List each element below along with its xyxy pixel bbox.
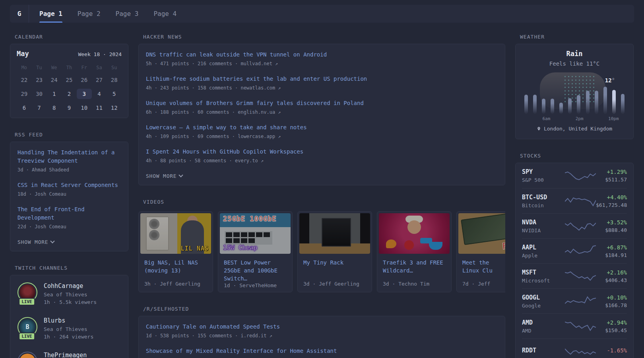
weather-section-label: WEATHER: [520, 34, 634, 40]
video-thumbnail[interactable]: LIL NAS: [140, 213, 211, 254]
weekday-label: Mo: [17, 64, 32, 71]
rss-item-title[interactable]: CSS in React Server Components: [17, 181, 121, 189]
stock-price: $61,725.48: [596, 202, 627, 208]
video-thumbnail[interactable]: [379, 213, 450, 254]
selfhosted-section-label: /R/SELFHOSTED: [143, 306, 505, 312]
stock-row: SPYS&P 500 +1.29%$511.57: [522, 163, 627, 188]
twitch-channel-row: B LIVE Blurbs Sea of Thieves 1h · 264 vi…: [17, 317, 121, 340]
weekday-label: Su: [107, 64, 122, 71]
chevron-down-icon: [50, 239, 55, 243]
hn-item: Unique volumes of Brothers Grimm fairy t…: [146, 99, 498, 115]
weather-bar: [595, 91, 598, 114]
avatar[interactable]: B LIVE: [17, 317, 37, 337]
video-title[interactable]: Big NAS, Lil NAS (moving 13): [144, 259, 207, 274]
calendar-day: 6: [17, 103, 32, 113]
calendar-day: 26: [77, 75, 92, 85]
stocks-section: STOCKS SPYS&P 500 +1.29%$511.57 BTC-USDB…: [515, 153, 634, 358]
stock-ticker: SPY: [522, 168, 565, 175]
stock-ticker: RDDT: [522, 347, 565, 354]
reddit-item-title[interactable]: Showcase of my Mixed Reality Interface f…: [146, 347, 498, 355]
rss-item: The End of Front-End Development 22d · J…: [17, 205, 121, 230]
twitch-section: TWITCH CHANNELS LIVE CohhCarnage Sea of …: [10, 265, 128, 358]
weather-bar: [568, 98, 572, 114]
video-thumbnail[interactable]: 25GbE 100GbE 15W Cheap: [220, 213, 291, 254]
thumbnail-text: 15W Cheap: [223, 244, 258, 251]
calendar-day: 8: [47, 103, 62, 113]
hn-item-title[interactable]: Lowercase – A simple way to take and sha…: [146, 123, 498, 132]
stock-ticker: GOOGL: [522, 294, 565, 301]
hn-show-more-button[interactable]: SHOW MORE: [146, 173, 182, 179]
hn-item-title[interactable]: I Spent 24 Hours with GitHub Copilot Wor…: [146, 148, 498, 156]
video-title[interactable]: Traefik 3 and FREE Wildcard…: [383, 259, 446, 274]
stock-sparkline: [565, 345, 596, 357]
hour-label: 6am: [543, 116, 551, 121]
live-badge: LIVE: [19, 298, 35, 305]
calendar-day: 24: [47, 75, 62, 85]
stock-sparkline: [565, 295, 596, 307]
weekday-label: Fr: [77, 64, 92, 71]
tab-page-2[interactable]: Page 2: [78, 5, 101, 23]
hn-item-title[interactable]: Lithium-free sodium batteries exit the l…: [146, 75, 498, 83]
hn-item: Lithium-free sodium batteries exit the l…: [146, 75, 498, 91]
video-meta: 3d · Techno Tim: [383, 281, 446, 287]
hn-item-title[interactable]: DNS traffic can leak outside the VPN tun…: [146, 51, 498, 59]
live-badge: LIVE: [19, 333, 35, 340]
hn-item: Lowercase – A simple way to take and sha…: [146, 123, 498, 139]
calendar-day: 27: [92, 75, 107, 85]
rss-widget: Handling The Indentation of a Treeview C…: [10, 142, 128, 251]
stock-row: BTC-USDBitcoin +4.40%$61,725.48: [522, 188, 627, 213]
weekday-label: Sa: [92, 64, 107, 71]
stock-sparkline: [565, 245, 596, 257]
thumbnail-text: 25GbE 100GbE: [223, 215, 277, 223]
app-logo[interactable]: G: [10, 5, 29, 23]
stock-row: RDDT -1.65%: [522, 339, 627, 358]
video-thumbnail[interactable]: FAS: [458, 213, 505, 254]
weather-bar: [551, 99, 554, 114]
video-title[interactable]: Meet the Linux Clu: [462, 259, 505, 274]
tab-page-3[interactable]: Page 3: [116, 5, 139, 23]
tab-page-4[interactable]: Page 4: [153, 5, 177, 23]
weather-bar: [524, 95, 528, 114]
stock-change: +2.94%: [596, 319, 627, 326]
weather-hourly-chart: 12° 6am 2pm 10pm: [522, 71, 627, 122]
stock-ticker: BTC-USD: [522, 194, 565, 201]
calendar-day: 4: [92, 89, 107, 99]
calendar-section-label: CALENDAR: [15, 34, 128, 40]
rss-item-title[interactable]: The End of Front-End Development: [17, 205, 121, 222]
stock-change: +6.87%: [596, 244, 627, 251]
right-column: WEATHER Rain Feels like 11°C 12° 6am 2pm…: [515, 34, 634, 358]
twitch-channel-name[interactable]: CohhCarnage: [44, 282, 97, 290]
video-title[interactable]: BEST Low Power 25GbE and 100GbE Switch…: [224, 259, 287, 282]
twitch-channel-name[interactable]: Blurbs: [44, 317, 93, 324]
tab-page-1[interactable]: Page 1: [39, 5, 62, 23]
hn-item-meta: 5h · 471 points · 216 comments · mullvad…: [146, 61, 498, 66]
stocks-section-label: STOCKS: [520, 153, 634, 159]
videos-section: VIDEOS LIL NAS Big NAS, Lil NAS (movi: [138, 199, 505, 292]
stock-price: $150.45: [596, 327, 627, 333]
weather-bar: [577, 95, 580, 114]
avatar[interactable]: LIVE: [17, 282, 37, 302]
rss-section: RSS FEED Handling The Indentation of a T…: [10, 132, 128, 251]
calendar-day: 23: [32, 75, 47, 85]
rss-item-title[interactable]: Handling The Indentation of a Treeview C…: [17, 148, 121, 165]
hour-label: 2pm: [576, 116, 584, 121]
avatar[interactable]: [17, 352, 37, 358]
calendar-day: 1: [47, 89, 62, 99]
stock-price: $888.40: [596, 227, 627, 233]
reddit-item: Showcase of my Mixed Reality Interface f…: [146, 347, 498, 355]
hn-item-meta: 4h · 243 points · 158 comments · newatla…: [146, 85, 498, 91]
weather-bar: [533, 95, 537, 114]
hn-item: DNS traffic can leak outside the VPN tun…: [146, 51, 498, 66]
reddit-item-title[interactable]: Cautionary Tale on Automated Speed Tests: [146, 323, 498, 331]
twitch-channel-name[interactable]: ThePrimeagen: [44, 352, 87, 358]
stock-price: $406.43: [596, 277, 627, 283]
dashboard-columns: CALENDAR May Week 18 · 2024 Mo Tu We Th …: [10, 34, 634, 358]
calendar-day: 22: [17, 75, 32, 85]
stock-change: +4.40%: [596, 194, 627, 200]
hn-item-title[interactable]: Unique volumes of Brothers Grimm fairy t…: [146, 99, 498, 107]
weather-section: WEATHER Rain Feels like 11°C 12° 6am 2pm…: [515, 34, 634, 139]
stock-ticker: MSFT: [522, 269, 565, 276]
video-thumbnail[interactable]: [299, 213, 370, 254]
rss-show-more-button[interactable]: SHOW MORE: [17, 239, 54, 245]
video-title[interactable]: My Tiny Rack: [303, 259, 366, 267]
